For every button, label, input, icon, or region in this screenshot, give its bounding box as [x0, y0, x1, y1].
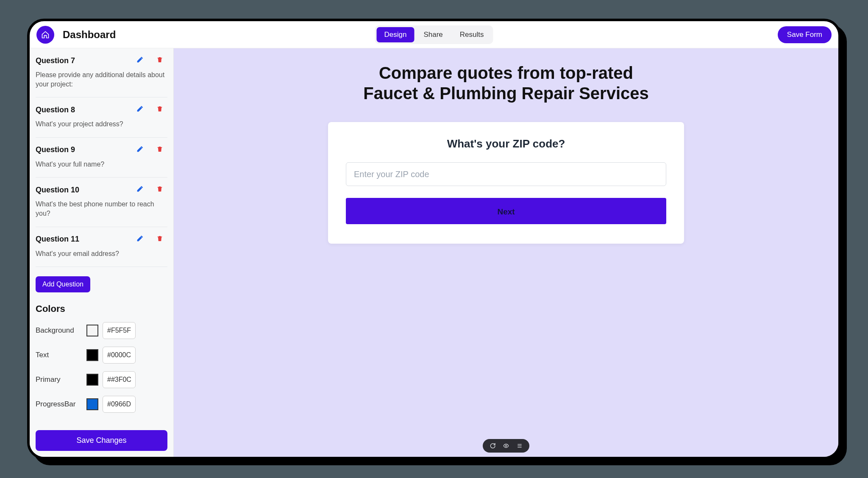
color-swatch[interactable] — [86, 349, 98, 361]
zip-input[interactable] — [346, 162, 666, 186]
save-form-button[interactable]: Save Form — [778, 26, 832, 43]
form-title-line1: Compare quotes from top-rated — [379, 64, 633, 82]
svg-point-0 — [505, 445, 507, 447]
edit-icon[interactable] — [136, 56, 144, 65]
form-title: Compare quotes from top-rated Faucet & P… — [363, 63, 649, 103]
question-item: Question 11 What's your email address? — [36, 227, 167, 267]
next-button[interactable]: Next — [346, 198, 666, 224]
color-row-primary: Primary — [36, 371, 167, 388]
eye-icon[interactable] — [502, 442, 510, 450]
menu-icon[interactable] — [516, 442, 523, 450]
trash-icon[interactable] — [156, 105, 163, 114]
question-label: Question 10 — [36, 186, 79, 195]
edit-icon[interactable] — [136, 235, 144, 244]
question-text: What's your project address? — [36, 119, 167, 129]
color-row-text: Text — [36, 347, 167, 364]
color-label: ProgressBar — [36, 400, 82, 409]
color-row-background: Background — [36, 322, 167, 339]
app-window: Dashboard Design Share Results Save Form… — [27, 19, 841, 459]
color-label: Primary — [36, 375, 82, 384]
save-changes-button[interactable]: Save Changes — [36, 430, 167, 451]
color-swatch[interactable] — [86, 325, 98, 336]
tab-bar: Design Share Results — [375, 25, 493, 44]
form-card: What's your ZIP code? Next — [328, 122, 684, 244]
trash-icon[interactable] — [156, 235, 163, 244]
question-item: Question 9 What's your full name? — [36, 138, 167, 178]
trash-icon[interactable] — [156, 185, 163, 195]
color-value-input[interactable] — [103, 347, 136, 364]
question-item: Question 7 Please provide any additional… — [36, 48, 167, 97]
color-value-input[interactable] — [103, 371, 136, 388]
preview-pane: Compare quotes from top-rated Faucet & P… — [174, 48, 838, 457]
tab-results[interactable]: Results — [452, 27, 492, 42]
topbar: Dashboard Design Share Results Save Form — [30, 21, 838, 48]
question-item: Question 8 What's your project address? — [36, 97, 167, 138]
sidebar-scroll[interactable]: Question 7 Please provide any additional… — [30, 48, 173, 424]
dev-toolbar — [483, 439, 529, 453]
tab-share[interactable]: Share — [416, 27, 450, 42]
question-label: Question 11 — [36, 235, 79, 244]
tab-design[interactable]: Design — [377, 27, 415, 42]
color-value-input[interactable] — [103, 396, 136, 413]
question-text: What's the best phone number to reach yo… — [36, 200, 167, 218]
color-label: Text — [36, 351, 82, 359]
form-question: What's your ZIP code? — [346, 137, 666, 150]
trash-icon[interactable] — [156, 145, 163, 155]
question-label: Question 7 — [36, 56, 75, 65]
sidebar-footer: Save Changes — [30, 424, 173, 457]
sidebar: Question 7 Please provide any additional… — [30, 48, 174, 457]
home-button[interactable] — [36, 26, 54, 44]
color-swatch[interactable] — [86, 374, 98, 386]
color-swatch[interactable] — [86, 398, 98, 410]
color-row-progressbar: ProgressBar — [36, 396, 167, 413]
trash-icon[interactable] — [156, 56, 163, 65]
next-button-label: Next — [497, 207, 515, 217]
edit-icon[interactable] — [136, 185, 144, 195]
edit-icon[interactable] — [136, 105, 144, 114]
edit-icon[interactable] — [136, 145, 144, 155]
form-title-line2: Faucet & Plumbing Repair Services — [363, 84, 649, 103]
question-text: What's your full name? — [36, 160, 167, 169]
home-icon — [41, 31, 50, 39]
colors-heading: Colors — [36, 303, 167, 314]
comment-icon[interactable] — [489, 442, 496, 450]
question-text: What's your email address? — [36, 249, 167, 258]
question-label: Question 9 — [36, 145, 75, 154]
question-text: Please provide any additional details ab… — [36, 70, 167, 89]
add-question-button[interactable]: Add Question — [36, 276, 90, 292]
color-value-input[interactable] — [103, 322, 136, 339]
main: Question 7 Please provide any additional… — [30, 48, 838, 457]
question-label: Question 8 — [36, 106, 75, 114]
page-title: Dashboard — [63, 29, 116, 41]
color-label: Background — [36, 326, 82, 335]
question-item: Question 10 What's the best phone number… — [36, 178, 167, 227]
